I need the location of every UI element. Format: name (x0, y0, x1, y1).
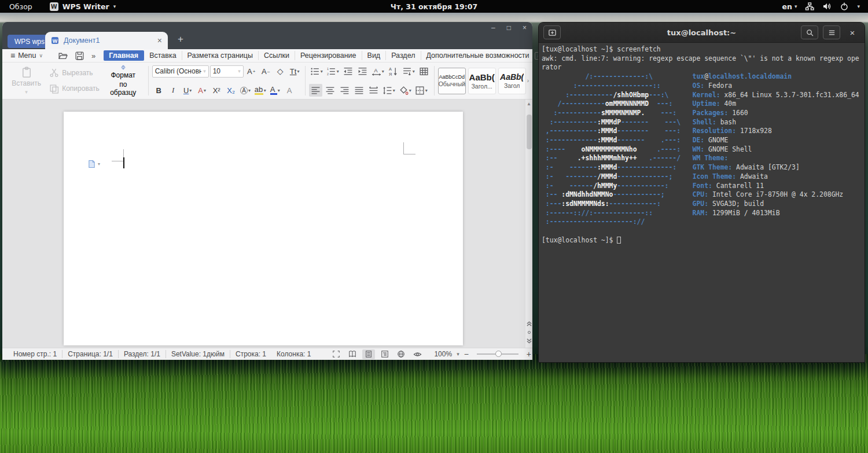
new-terminal-tab-button[interactable] (543, 25, 561, 39)
previous-page-icon[interactable] (526, 321, 532, 327)
subscript-button[interactable]: X₂ (225, 84, 238, 97)
distribute-button[interactable] (367, 84, 380, 97)
align-left-button[interactable] (309, 84, 322, 97)
align-center-button[interactable] (323, 84, 337, 97)
vertical-scrollbar[interactable]: ▲ (525, 100, 532, 348)
paragraph-marks-button[interactable]: ▾ (401, 65, 416, 78)
close-button[interactable]: × (523, 24, 527, 32)
ribbon-tab[interactable]: Раздел (386, 51, 421, 60)
page-options-popup[interactable]: ▾ (87, 160, 100, 168)
superscript-button[interactable]: X² (210, 84, 223, 97)
numbered-list-button[interactable]: 12 ▾ (325, 65, 340, 78)
svg-text:1: 1 (327, 67, 329, 70)
format-painter-button[interactable]: Формат по образцу (102, 65, 145, 97)
outline-view-button[interactable] (378, 349, 391, 359)
font-name-combobox[interactable]: Calibri (Основно ▾ (152, 65, 209, 78)
decrease-indent-button[interactable] (341, 65, 355, 78)
network-icon[interactable] (805, 2, 814, 11)
insert-table-button[interactable] (417, 65, 431, 78)
increase-indent-button[interactable] (356, 65, 369, 78)
document-tab[interactable]: W Документ1 × (45, 32, 168, 49)
borders-button[interactable]: ▾ (414, 84, 429, 97)
text-effects-button[interactable]: A▾ (239, 84, 252, 97)
maximize-button[interactable]: □ (507, 24, 511, 32)
terminal-menu-button[interactable] (823, 25, 840, 39)
numbered-list-icon: 12 (326, 67, 336, 76)
zoom-out-button[interactable]: − (464, 349, 469, 359)
terminal-close-button[interactable]: × (845, 28, 860, 38)
tab-close-icon[interactable]: × (157, 36, 162, 45)
web-layout-button[interactable] (395, 349, 407, 359)
style-gallery-scroll-icon[interactable]: › (527, 78, 529, 84)
main-menu-button[interactable]: ≡ Menu ∨ (7, 51, 46, 60)
app-menu[interactable]: W WPS Writer ▾ (50, 2, 116, 11)
font-color-button[interactable]: A▾ (269, 84, 282, 97)
fullscreen-view-button[interactable] (330, 349, 343, 359)
select-browse-object-icon[interactable] (528, 331, 531, 334)
new-tab-button[interactable]: + (178, 34, 183, 45)
bold-button[interactable]: B (152, 84, 165, 97)
status-item[interactable]: Строка: 1 (230, 350, 271, 358)
scrollbar-thumb[interactable] (527, 115, 532, 149)
sort-icon: АЯ (388, 67, 398, 76)
more-quick-actions-icon[interactable]: » (91, 51, 95, 60)
zoom-level[interactable]: 100% (434, 350, 452, 358)
power-icon[interactable] (840, 2, 849, 11)
style-chip[interactable]: AaBbCcDdОбычный (438, 68, 466, 94)
strikethrough-color-button[interactable]: A▾ (196, 84, 209, 97)
status-item[interactable]: Номер стр.: 1 (8, 350, 62, 358)
chevron-down-icon: ▾ (425, 88, 428, 93)
terminal-search-button[interactable] (801, 25, 818, 39)
read-mode-button[interactable] (346, 349, 359, 359)
system-menu-chevron-icon[interactable]: ▾ (857, 3, 860, 9)
style-chip[interactable]: AaBb(Загол (498, 68, 526, 94)
font-size-combobox[interactable]: 10 ▾ (210, 65, 244, 78)
style-chip[interactable]: AaBb(Загол... (468, 68, 496, 94)
change-case-button[interactable]: Tt▾ (288, 65, 301, 78)
volume-icon[interactable] (822, 2, 832, 11)
character-scaling-button[interactable]: A ▾ (370, 65, 385, 78)
ribbon-tab[interactable]: Дополнительные возможности (421, 51, 535, 60)
line-spacing-button[interactable]: ▾ (381, 84, 396, 97)
grow-font-button[interactable]: A+ (245, 65, 258, 78)
copy-button[interactable]: Копировать (47, 83, 102, 95)
terminal-header[interactable]: tux@localhost:~ × (539, 23, 865, 43)
zoom-slider-handle[interactable] (495, 351, 502, 357)
italic-button[interactable]: I (167, 84, 180, 97)
document-area[interactable]: ▾ ▲ (2, 100, 532, 348)
bullet-list-button[interactable]: ▾ (309, 65, 324, 78)
clear-formatting-button[interactable]: ◇ (274, 65, 287, 78)
ribbon-tab[interactable]: Рецензирование (295, 51, 362, 60)
character-border-button[interactable]: A (283, 84, 296, 97)
zoom-in-button[interactable]: + (527, 349, 531, 359)
ribbon-tab[interactable]: Вид (362, 51, 387, 60)
print-layout-button[interactable] (362, 349, 375, 359)
status-item[interactable]: SetValue: 1дюйм (166, 350, 230, 358)
open-file-button[interactable] (58, 51, 68, 61)
ribbon-tab[interactable]: Ссылки (259, 51, 295, 60)
next-page-icon[interactable] (526, 338, 532, 344)
ribbon-tab[interactable]: Разметка страницы (182, 51, 259, 60)
minimize-button[interactable]: – (491, 24, 495, 32)
ribbon-tab[interactable]: Вставка (144, 51, 182, 60)
shrink-font-button[interactable]: A– (259, 65, 273, 78)
zoom-slider[interactable] (477, 353, 518, 355)
scroll-up-icon[interactable]: ▲ (527, 101, 531, 106)
keyboard-layout-indicator[interactable]: en ▾ (782, 2, 797, 11)
terminal-output[interactable]: [tux@localhost ~]$ screenfetchawk: cmd. … (539, 43, 865, 361)
cut-button[interactable]: Вырезать (47, 67, 102, 79)
eye-protection-button[interactable] (411, 349, 424, 359)
status-item[interactable]: Страница: 1/1 (62, 350, 119, 358)
align-right-button[interactable] (338, 84, 351, 97)
status-item[interactable]: Колонка: 1 (271, 350, 316, 358)
shading-button[interactable]: ▾ (398, 84, 413, 97)
sort-button[interactable]: АЯ (387, 65, 400, 78)
ribbon-tab[interactable]: Главная (104, 50, 144, 61)
save-button[interactable] (75, 51, 84, 61)
underline-button[interactable]: U▾ (181, 84, 194, 97)
status-item[interactable]: Раздел: 1/1 (119, 350, 166, 358)
justify-button[interactable] (352, 84, 366, 97)
paste-button[interactable]: Вставить ▾ (6, 65, 47, 97)
activities-button[interactable]: Обзор (7, 2, 35, 11)
highlight-color-button[interactable]: ab▾ (253, 84, 267, 97)
